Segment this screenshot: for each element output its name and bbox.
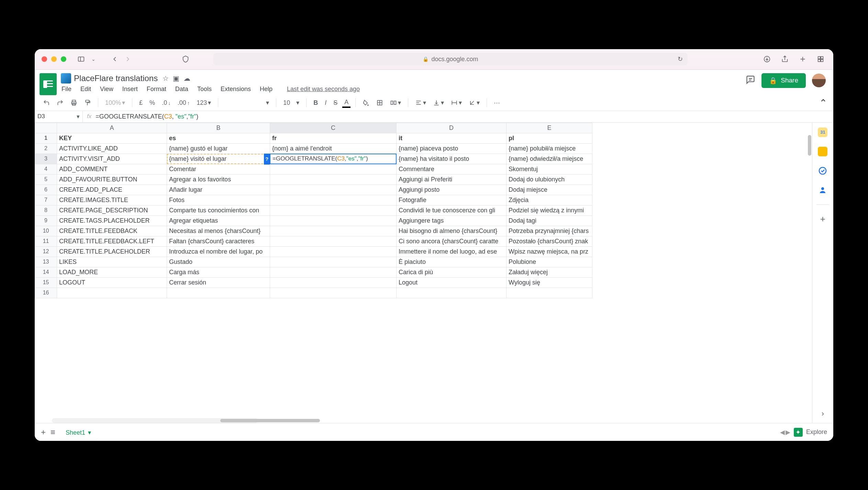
cell[interactable] [57,288,167,298]
cell[interactable]: CREATE.TITLE.FEEDBACK.LEFT [57,236,167,246]
undo-button[interactable] [41,98,52,108]
bold-button[interactable]: B [311,98,320,108]
menu-help[interactable]: Help [259,84,273,94]
keep-icon[interactable] [818,147,827,156]
spreadsheet-grid[interactable]: A B C D E 1 KEY es fr it pl2 ACTIVITY.LI… [35,123,812,423]
hide-panel-icon[interactable]: › [822,409,824,418]
menu-data[interactable]: Data [175,84,189,94]
minimize-window-button[interactable] [51,56,57,62]
name-box[interactable]: D3▾ [35,111,83,122]
merge-cells-button[interactable]: ▾ [388,98,403,108]
cell[interactable] [270,174,397,185]
zoom-dropdown[interactable]: 100% ▾ [103,98,127,108]
row-header[interactable]: 16 [35,288,57,298]
menu-insert[interactable]: Insert [122,84,138,94]
forward-button[interactable] [122,53,134,65]
tab-nav-left-icon[interactable]: ◀ [780,428,785,436]
row-header[interactable]: 13 [35,257,57,267]
cell[interactable]: Dodaj do ulubionych [507,174,592,185]
shield-icon[interactable] [180,53,191,65]
italic-button[interactable]: I [323,98,329,108]
cell[interactable]: Logout [397,277,507,288]
cell[interactable]: Polubione [507,257,592,267]
cell[interactable]: Carica di più [397,267,507,277]
text-color-button[interactable]: A [342,98,350,108]
vertical-scrollbar[interactable] [808,135,811,156]
cell[interactable]: Potrzeba przynajmniej {chars [507,226,592,236]
cell[interactable]: Dodaj miejsce [507,185,592,195]
cell[interactable]: Carga más [167,267,270,277]
last-edit-link[interactable]: Last edit was seconds ago [287,86,360,93]
cell[interactable]: Immettere il nome del luogo, ad ese [397,246,507,257]
row-header[interactable]: 6 [35,185,57,195]
row-header[interactable]: 11 [35,236,57,246]
cell[interactable]: Gustado [167,257,270,267]
cell[interactable]: {name} ha visitato il posto [397,154,507,164]
star-icon[interactable]: ☆ [163,74,169,82]
cell[interactable]: Dodaj tagi [507,215,592,226]
cell[interactable]: it [397,133,507,143]
cell[interactable] [270,257,397,267]
row-header[interactable]: 5 [35,174,57,185]
cell[interactable]: Comentar [167,164,270,174]
cell[interactable]: CREATE.ADD_PLACE [57,185,167,195]
cell[interactable]: Condividi le tue conoscenze con gli [397,205,507,215]
cell[interactable]: CREATE.TITLE.FEEDBACK [57,226,167,236]
cell[interactable]: {nom} a aimé l'endroit [270,143,397,154]
cell[interactable]: Cerrar sesión [167,277,270,288]
cloud-status-icon[interactable]: ☁ [183,74,190,82]
cell[interactable]: Aggiungi ai Preferiti [397,174,507,185]
cell[interactable]: LOGOUT [57,277,167,288]
col-header-D[interactable]: D [397,123,507,133]
close-window-button[interactable] [42,56,47,62]
account-avatar[interactable] [812,74,826,87]
cell[interactable] [270,267,397,277]
share-icon[interactable] [779,53,791,65]
cell[interactable]: Introduzca el nombre del lugar, po [167,246,270,257]
cell[interactable]: CREATE.TITLE.PLACEHOLDER [57,246,167,257]
cell[interactable]: Hai bisogno di almeno {charsCount} [397,226,507,236]
cell[interactable] [270,205,397,215]
cell[interactable]: Aggiungere tags [397,215,507,226]
row-header[interactable]: 3 [35,154,57,164]
menu-extensions[interactable]: Extensions [220,84,252,94]
cell[interactable]: CREATE.PAGE_DESCRIPTION [57,205,167,215]
cell[interactable]: Załaduj więcej [507,267,592,277]
cell[interactable]: Necesitas al menos {charsCount} [167,226,270,236]
cell[interactable]: ACTIVITY.LIKE_ADD [57,143,167,154]
fullscreen-window-button[interactable] [61,56,66,62]
v-align-button[interactable]: ▾ [431,98,446,108]
formula-input[interactable]: =GOOGLETRANSLATE(C3, "es","fr") [96,113,833,120]
cell[interactable]: {name} polubił/a miejsce [507,143,592,154]
cell[interactable]: LOAD_MORE [57,267,167,277]
col-header-C[interactable]: C [270,123,397,133]
calendar-icon[interactable]: 31 [818,127,827,137]
add-on-plus-icon[interactable]: + [818,214,827,224]
borders-button[interactable] [374,98,385,108]
move-folder-icon[interactable]: ▣ [173,74,179,82]
cell[interactable]: Agregar etiquetas [167,215,270,226]
sheet-tab-1[interactable]: Sheet1 ▾ [60,424,97,440]
collapse-toolbar-icon[interactable]: ⌃ [819,97,827,109]
row-header[interactable]: 4 [35,164,57,174]
cell[interactable]: Pozostało {charsCount} znak [507,236,592,246]
cell[interactable]: fr [270,133,397,143]
cell[interactable]: Comparte tus conocimientos con [167,205,270,215]
decrease-decimal-button[interactable]: .0↓ [160,98,173,108]
row-header[interactable]: 12 [35,246,57,257]
formula-help-icon[interactable]: ? [264,154,270,165]
active-cell[interactable]: ? =GOOGLETRANSLATE(C3, "es","fr") [270,154,397,164]
cell[interactable]: Wpisz nazwę miejsca, na prz [507,246,592,257]
sidebar-dropdown-icon[interactable]: ⌄ [88,53,99,65]
sidebar-toggle-icon[interactable] [75,53,87,65]
menu-file[interactable]: File [61,84,72,94]
cell[interactable]: Skomentuj [507,164,592,174]
row-header[interactable]: 2 [35,143,57,154]
address-bar[interactable]: 🔒 docs.google.com ↻ [213,53,688,65]
cell[interactable]: È piaciuto [397,257,507,267]
cell[interactable]: {name} odwiedził/a miejsce [507,154,592,164]
cell[interactable]: Zdjęcia [507,195,592,205]
cell[interactable] [270,215,397,226]
fill-color-button[interactable] [360,98,371,108]
cell[interactable] [270,236,397,246]
